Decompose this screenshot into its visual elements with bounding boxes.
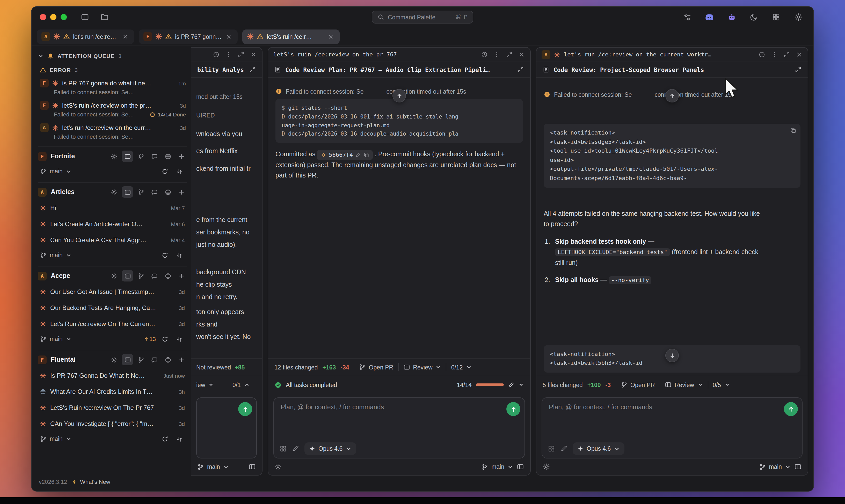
compare-button[interactable] xyxy=(174,166,185,177)
close-tab-icon[interactable] xyxy=(327,32,335,41)
expand-icon[interactable] xyxy=(517,66,524,73)
chat-input-box[interactable] xyxy=(196,397,257,458)
refresh-button[interactable] xyxy=(159,333,170,345)
workspace-settings-button[interactable] xyxy=(108,150,120,162)
edit-icon[interactable] xyxy=(355,152,361,158)
model-selector[interactable]: Opus 4.6 xyxy=(573,443,624,455)
terminal-panel-icon[interactable] xyxy=(794,463,802,470)
workspace-branch-button[interactable] xyxy=(135,186,146,198)
discord-button[interactable] xyxy=(703,10,716,24)
refresh-button[interactable] xyxy=(159,166,170,177)
workspace-branch-button[interactable] xyxy=(135,270,146,282)
workspace-browser-button[interactable] xyxy=(162,186,174,198)
workspace-header[interactable]: A Articles xyxy=(38,184,187,200)
workspace-branch-button[interactable] xyxy=(135,354,146,365)
chat-input[interactable] xyxy=(542,398,802,439)
minimize-window-button[interactable] xyxy=(50,14,56,20)
tab-lets-ruin-ce-review[interactable]: letS's ruin /ce:r… xyxy=(242,29,340,44)
settings-button[interactable] xyxy=(792,10,805,24)
compare-button[interactable] xyxy=(174,433,185,445)
workspace-header[interactable]: F Fluentai xyxy=(38,352,187,367)
error-group-header[interactable]: ERROR 3 xyxy=(38,64,187,76)
workspace-board-button[interactable] xyxy=(122,270,133,282)
review-dropdown[interactable]: Review xyxy=(665,381,703,388)
branch-row[interactable]: main xyxy=(38,248,187,262)
chat-input-box[interactable]: Opus 4.6 xyxy=(542,397,803,458)
branch-selector[interactable]: main xyxy=(197,463,229,470)
kebab-menu-icon[interactable] xyxy=(493,51,500,58)
close-icon[interactable] xyxy=(796,51,803,58)
workspace-board-button[interactable] xyxy=(122,354,133,365)
workspace-board-button[interactable] xyxy=(122,150,133,162)
session-item[interactable]: Is PR 767 Gonna Do What It Ne… Just now xyxy=(38,367,187,383)
expand-icon[interactable] xyxy=(506,51,513,58)
close-tab-icon[interactable] xyxy=(121,32,129,41)
compare-button[interactable] xyxy=(174,333,185,345)
branch-row[interactable]: main 13 xyxy=(38,332,187,346)
session-item[interactable]: Can You Create A Csv That Aggr… Mar 4 xyxy=(38,232,187,248)
expand-icon[interactable] xyxy=(249,66,256,73)
error-item[interactable]: A let's run /ce:review on the curr… 3d F… xyxy=(38,121,187,143)
new-session-button[interactable] xyxy=(176,270,187,282)
edit-tasks-icon[interactable] xyxy=(508,382,514,388)
gear-icon[interactable] xyxy=(275,463,282,470)
workspace-branch-button[interactable] xyxy=(135,150,146,162)
toggle-sidebar-button[interactable] xyxy=(78,10,92,24)
scroll-down-button[interactable] xyxy=(665,349,679,362)
refresh-button[interactable] xyxy=(159,249,170,261)
session-item[interactable]: CAn You Investigate [ { "error": { "m… 3… xyxy=(38,415,187,432)
compose-icon[interactable] xyxy=(292,445,299,452)
assistant-button[interactable] xyxy=(725,10,738,24)
close-icon[interactable] xyxy=(518,51,525,58)
review-dropdown[interactable]: iew xyxy=(196,382,214,388)
session-item[interactable]: Let's Run /ce:review On The Curren… 3d xyxy=(38,316,187,332)
workspace-settings-button[interactable] xyxy=(108,270,120,282)
terminal-panel-icon[interactable] xyxy=(517,463,524,470)
chevron-down-icon[interactable] xyxy=(518,382,524,388)
workspace-settings-button[interactable] xyxy=(108,186,120,198)
error-item[interactable]: F is PR 767 gonna do what it ne… 1m Fail… xyxy=(38,76,187,98)
workspace-chat-button[interactable] xyxy=(148,270,160,282)
error-item[interactable]: F letS's ruin /ce:review on the pr… 3d F… xyxy=(38,98,187,121)
new-session-button[interactable] xyxy=(176,150,187,162)
history-icon[interactable] xyxy=(481,51,488,58)
layout-button[interactable] xyxy=(770,10,783,24)
terminal-panel-icon[interactable] xyxy=(248,463,256,470)
workspace-board-button[interactable] xyxy=(122,186,133,198)
expand-icon[interactable] xyxy=(795,66,802,73)
tab-is-pr-767[interactable]: F is PR 767 gonn… xyxy=(139,29,237,44)
commit-hash-chip[interactable]: 56667f4 xyxy=(317,150,373,160)
review-dropdown[interactable]: Review xyxy=(403,364,441,371)
apps-grid-icon[interactable] xyxy=(280,445,287,452)
workspace-browser-button[interactable] xyxy=(162,150,174,162)
kebab-menu-icon[interactable] xyxy=(771,51,778,58)
scroll-up-button[interactable] xyxy=(392,89,406,103)
session-item[interactable]: Let's Create An /article-writer O… Mar 6 xyxy=(38,216,187,232)
session-item[interactable]: What Are Our Ai Credits Limits In T… 3h xyxy=(38,383,187,399)
workspace-header[interactable]: F Fortnite xyxy=(38,148,187,164)
workspace-chat-button[interactable] xyxy=(148,354,160,365)
filters-button[interactable] xyxy=(680,10,694,24)
appearance-button[interactable] xyxy=(747,10,761,24)
compare-button[interactable] xyxy=(174,249,185,261)
expand-icon[interactable] xyxy=(784,51,790,58)
scroll-up-button[interactable] xyxy=(665,89,679,103)
session-item[interactable]: Our User Got An Issue | Timestamp… 3d xyxy=(38,284,187,300)
session-item[interactable]: Hi Mar 7 xyxy=(38,200,187,216)
open-pr-button[interactable]: Open PR xyxy=(359,364,393,371)
workspace-settings-button[interactable] xyxy=(108,354,120,365)
open-workspace-button[interactable] xyxy=(98,10,111,24)
chat-input[interactable] xyxy=(274,398,525,439)
send-button[interactable] xyxy=(784,402,798,416)
history-icon[interactable] xyxy=(213,51,219,58)
gear-icon[interactable] xyxy=(543,463,550,470)
close-tab-icon[interactable] xyxy=(225,32,233,41)
comment-counter[interactable]: 0/1 xyxy=(232,382,257,388)
expand-icon[interactable] xyxy=(237,51,244,58)
branch-row[interactable]: main xyxy=(38,164,187,179)
session-item[interactable]: LetS's Ruin /ce:review On The Pr 767 3d xyxy=(38,399,187,415)
workspace-browser-button[interactable] xyxy=(162,354,174,365)
comment-counter[interactable]: 0/12 xyxy=(451,364,472,370)
workspace-header[interactable]: A Acepe xyxy=(38,268,187,284)
new-session-button[interactable] xyxy=(176,354,187,365)
